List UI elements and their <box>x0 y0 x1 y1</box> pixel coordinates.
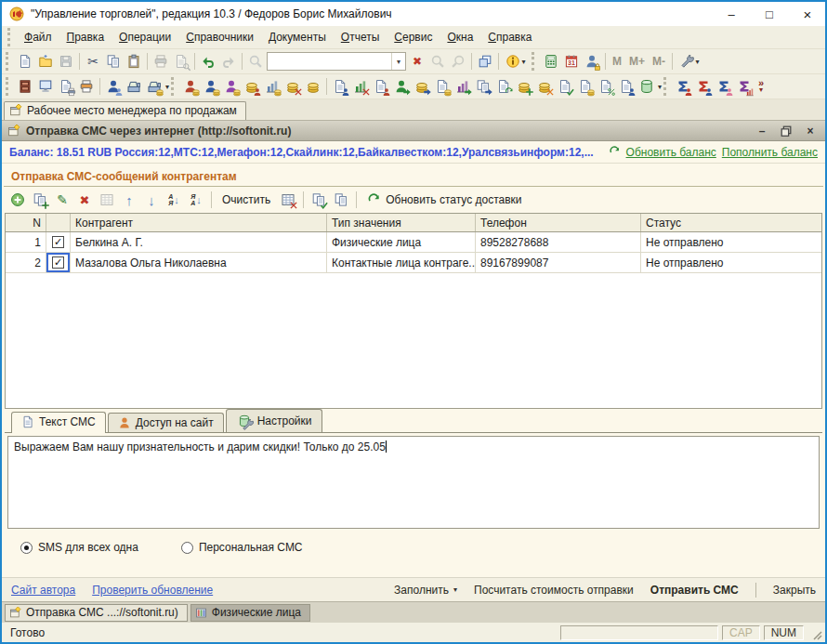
menu-item-8[interactable]: Справка <box>480 27 539 47</box>
coins-out-button[interactable] <box>282 76 303 97</box>
coins-customer-button[interactable] <box>242 76 262 97</box>
menu-item-5[interactable]: Отчеты <box>334 27 387 47</box>
taskbar-tab-sms[interactable]: Отправка СМС ...://softonit.ru) <box>5 604 188 622</box>
clear-button[interactable]: Очистить <box>217 191 276 209</box>
coins-stack-button[interactable] <box>303 76 323 97</box>
toolbar-grip[interactable] <box>663 77 669 96</box>
row-checkbox[interactable] <box>52 236 64 248</box>
column-header-n[interactable]: N <box>6 214 46 231</box>
menu-item-4[interactable]: Документы <box>261 27 334 47</box>
counterparty-cell[interactable]: Мазалова Ольга Николаевна <box>71 253 327 272</box>
database-button[interactable] <box>637 76 657 97</box>
chart-purple-button[interactable] <box>453 76 473 97</box>
calculator-button[interactable] <box>541 51 561 72</box>
refresh-delivery-status-button[interactable]: Обновить статус доставки <box>361 191 527 210</box>
copy-row-button[interactable] <box>30 190 50 210</box>
sum-customers1-button[interactable] <box>673 76 693 97</box>
calendar-button[interactable]: 31 <box>561 51 582 72</box>
move-down-button[interactable]: ↓ <box>141 190 162 210</box>
archive-cabinet-button[interactable] <box>15 76 35 97</box>
document-print-button[interactable] <box>56 76 76 97</box>
document-check-button[interactable] <box>555 76 575 97</box>
delete-row-button[interactable]: ✖ <box>74 190 95 210</box>
menu-item-6[interactable]: Сервис <box>387 27 440 47</box>
cash-register-button[interactable] <box>124 76 144 97</box>
sum-customers2-button[interactable] <box>693 76 714 97</box>
column-header-status[interactable]: Статус <box>641 214 821 231</box>
new-document-button[interactable] <box>15 51 35 72</box>
counterparty-cell[interactable]: Белкина А. Г. <box>71 232 327 252</box>
cut-button[interactable]: ✂ <box>83 51 103 72</box>
toolbar-grip[interactable] <box>532 52 537 71</box>
invoice-customer2-button[interactable] <box>371 76 391 97</box>
open-button[interactable] <box>35 51 56 72</box>
sms-minimize-button[interactable]: – <box>753 123 771 139</box>
document-coins-button[interactable] <box>432 76 453 97</box>
sms-restore-button[interactable] <box>777 123 795 139</box>
find-previous-button[interactable] <box>448 51 468 72</box>
printer-orange-button[interactable] <box>76 76 97 97</box>
move-up-button[interactable]: ↑ <box>119 190 139 210</box>
uncheck-all-button[interactable] <box>331 190 351 210</box>
radio-personal-sms[interactable]: Персональная СМС <box>181 541 303 554</box>
table-row[interactable]: 2Мазалова Ольга НиколаевнаКонтактные лиц… <box>6 253 821 273</box>
tab-sms-text[interactable]: Текст СМС <box>11 412 106 433</box>
type-cell[interactable]: Физические лица <box>327 232 476 252</box>
report-monitor-button[interactable] <box>35 76 56 97</box>
dropdown-arrow-icon[interactable]: ▾ <box>658 83 662 91</box>
user-permissions-button[interactable] <box>582 51 602 72</box>
sum-report-button[interactable] <box>734 76 755 97</box>
cash-register-edit-button[interactable] <box>144 76 164 97</box>
memory-subtract-button[interactable]: M- <box>649 53 669 70</box>
menu-item-2[interactable]: Операции <box>112 27 178 47</box>
customer-basket-button[interactable] <box>221 76 242 97</box>
coins-transfer-button[interactable] <box>412 76 432 97</box>
search-combobox[interactable]: ▾ <box>267 52 406 71</box>
windows-button[interactable] <box>475 51 495 72</box>
add-row-button[interactable] <box>7 190 28 210</box>
checkbox-cell[interactable] <box>46 232 71 252</box>
coins-add-button[interactable] <box>514 76 534 97</box>
workspace-tab[interactable]: Рабочее место менеджера по продажам <box>4 101 246 120</box>
paste-button[interactable] <box>124 51 144 72</box>
checkbox-cell[interactable] <box>46 253 71 272</box>
sort-descending-button[interactable]: ЯА↓ <box>186 190 206 210</box>
info-button[interactable]: ▾ <box>502 51 530 72</box>
menu-item-3[interactable]: Справочники <box>178 27 261 47</box>
menu-item-0[interactable]: Файл <box>17 27 59 47</box>
minimize-button[interactable]: – <box>715 3 747 25</box>
document-percent-button[interactable] <box>596 76 616 97</box>
search-input[interactable] <box>268 54 391 69</box>
invoice-customer-button[interactable] <box>330 76 350 97</box>
type-cell[interactable]: Контактные лица контраге... <box>327 253 476 272</box>
check-update-link[interactable]: Проверить обновление <box>92 584 213 597</box>
tab-site-access[interactable]: Доступ на сайт <box>108 413 224 432</box>
check-all-button[interactable] <box>308 190 329 210</box>
column-header-type[interactable]: Тип значения <box>327 214 476 231</box>
tools-button[interactable]: ▾ <box>676 51 703 72</box>
table-row[interactable]: 1Белкина А. Г.Физические лица89528278688… <box>6 232 821 253</box>
sms-close-button[interactable]: × <box>801 123 820 139</box>
copy-button[interactable] <box>103 51 124 72</box>
status-cell[interactable]: Не отправлено <box>641 232 821 252</box>
menu-item-7[interactable]: Окна <box>440 27 480 47</box>
dropdown-arrow-icon[interactable]: ▾ <box>165 83 169 91</box>
calculate-cost-button[interactable]: Посчитать стоимость отправки <box>474 584 634 597</box>
menu-grip[interactable] <box>7 28 13 46</box>
toolbar-grip[interactable] <box>6 52 11 71</box>
taskbar-tab-individuals[interactable]: Физические лица <box>190 604 310 622</box>
maximize-button[interactable]: □ <box>754 3 785 25</box>
phone-cell[interactable]: 89167899087 <box>476 253 641 272</box>
status-cell[interactable]: Не отправлено <box>641 253 821 272</box>
coins-remove-button[interactable] <box>534 76 555 97</box>
save-button[interactable] <box>56 51 76 72</box>
sales-chart-button[interactable] <box>262 76 282 97</box>
print-preview-button[interactable] <box>171 51 191 72</box>
search-clear-button[interactable]: ✖ <box>407 51 427 72</box>
incoming-payment-button[interactable] <box>391 76 412 97</box>
customer-coins-button[interactable] <box>180 76 201 97</box>
print-button[interactable] <box>151 51 171 72</box>
sort-ascending-button[interactable]: АЯ↓ <box>164 190 184 210</box>
search-button[interactable] <box>245 51 266 72</box>
document-person-button[interactable] <box>616 76 637 97</box>
